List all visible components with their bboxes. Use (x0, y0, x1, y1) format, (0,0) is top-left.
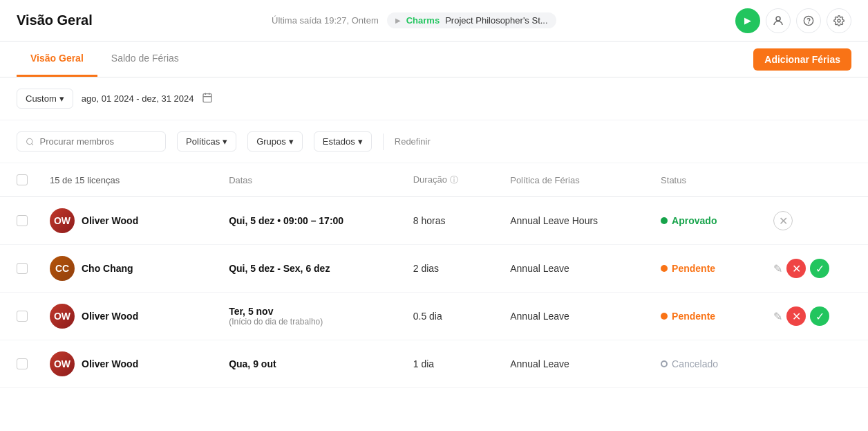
chevron-down-icon: ▾ (358, 136, 363, 147)
custom-period-button[interactable]: Custom ▾ (17, 89, 73, 109)
status-label: Pendente (672, 263, 715, 274)
row-actions: ✎ ✕ ✓ (773, 259, 851, 278)
badge-label: Charms (406, 15, 440, 26)
svg-line-9 (32, 143, 33, 145)
timer-play-button[interactable]: ▶ (735, 8, 760, 33)
tab-visao-geral[interactable]: Visão Geral (17, 42, 97, 77)
policy-cell: Annual Leave Hours (493, 197, 644, 245)
status-badge: Cancelado (661, 358, 740, 369)
add-ferias-button[interactable]: Adicionar Férias (753, 48, 851, 71)
table-row: CC Cho Chang Qui, 5 dez - Sex, 6 dez 2 d… (0, 245, 868, 293)
header-policy: Política de Férias (493, 163, 644, 197)
status-label: Pendente (672, 311, 715, 322)
date-cell: Qua, 9 out (212, 340, 397, 388)
header-dates: Datas (212, 163, 397, 197)
status-badge: Aprovado (661, 215, 740, 226)
date-cell: Ter, 5 nov (Início do dia de trabalho) (212, 293, 397, 340)
status-dot (661, 265, 668, 272)
status-label: Cancelado (672, 358, 718, 369)
chevron-down-icon: ▾ (59, 93, 64, 104)
cancel-action-button[interactable]: ✕ (773, 211, 793, 230)
date-sub: (Início do dia de trabalho) (229, 317, 380, 327)
policies-filter-button[interactable]: Políticas ▾ (177, 131, 236, 152)
svg-rect-4 (203, 94, 211, 102)
page-title: Visão Geral (17, 12, 93, 28)
project-badge: ▶ Charms Project Philosopher's St... (387, 12, 556, 28)
actions-cell: ✕ (757, 197, 868, 245)
member-cell: OW Oliver Wood (50, 351, 196, 376)
user-icon-button[interactable] (766, 8, 791, 33)
member-name: Cho Chang (82, 263, 133, 274)
row-actions: ✎ ✕ ✓ (773, 306, 851, 326)
header-actions (757, 163, 868, 197)
row-checkbox[interactable] (17, 215, 28, 226)
reject-button[interactable]: ✕ (786, 259, 806, 278)
table-row: OW Oliver Wood Ter, 5 nov (Início do dia… (0, 293, 868, 340)
edit-icon[interactable]: ✎ (773, 310, 782, 323)
chevron-down-icon: ▾ (223, 136, 227, 147)
actions-cell: ✎ ✕ ✓ (757, 245, 868, 293)
status-badge: Pendente (661, 263, 740, 274)
member-cell: CC Cho Chang (50, 256, 196, 281)
avatar: OW (50, 208, 75, 233)
svg-point-0 (776, 17, 780, 21)
date-main: Ter, 5 nov (229, 306, 380, 317)
date-range-label: ago, 01 2024 - dez, 31 2024 (82, 93, 194, 104)
search-wrap[interactable] (17, 131, 166, 152)
groups-filter-button[interactable]: Grupos ▾ (247, 131, 303, 152)
actions-cell: ✎ ✕ ✓ (757, 293, 868, 340)
date-main: Qui, 5 dez • 09:00 – 17:00 (229, 215, 380, 226)
date-cell: Qui, 5 dez • 09:00 – 17:00 (212, 197, 397, 245)
status-dot (661, 217, 668, 224)
member-name: Oliver Wood (82, 215, 138, 226)
tab-saldo-ferias[interactable]: Saldo de Férias (97, 42, 193, 77)
badge-project: Project Philosopher's St... (445, 15, 547, 26)
actions-cell (757, 340, 868, 388)
calendar-icon[interactable] (202, 92, 213, 105)
filter-divider (383, 134, 384, 150)
edit-icon[interactable]: ✎ (773, 262, 782, 275)
help-icon-button[interactable] (796, 8, 821, 33)
select-all-checkbox[interactable] (17, 174, 28, 185)
status-badge: Pendente (661, 311, 740, 322)
play-icon: ▶ (395, 17, 401, 24)
estados-filter-button[interactable]: Estados ▾ (314, 131, 372, 152)
status-cell: Aprovado (644, 197, 757, 245)
row-checkbox[interactable] (17, 311, 28, 322)
policy-cell: Annual Leave (493, 245, 644, 293)
date-main: Qui, 5 dez - Sex, 6 dez (229, 263, 380, 274)
duration-cell: 1 dia (397, 340, 493, 388)
member-cell: OW Oliver Wood (50, 208, 196, 233)
row-actions: ✕ (773, 211, 851, 230)
svg-point-2 (809, 23, 809, 24)
settings-icon-button[interactable] (827, 8, 851, 33)
approve-button[interactable]: ✓ (810, 259, 829, 278)
status-dot (661, 313, 668, 320)
approve-button[interactable]: ✓ (810, 306, 829, 326)
leave-table: 15 de 15 licenças Datas Duração ⓘ Políti… (0, 163, 868, 388)
row-checkbox[interactable] (17, 263, 28, 274)
policy-cell: Annual Leave (493, 293, 644, 340)
search-input[interactable] (39, 136, 157, 147)
groups-label: Grupos (256, 136, 286, 147)
reject-button[interactable]: ✕ (786, 306, 806, 326)
policies-label: Políticas (186, 136, 220, 147)
tabs-bar: Visão Geral Saldo de Férias Adicionar Fé… (0, 42, 868, 77)
header-duration: Duração ⓘ (397, 163, 493, 197)
status-cell: Pendente (644, 245, 757, 293)
filters-bar: Políticas ▾ Grupos ▾ Estados ▾ Redefinir (0, 120, 868, 163)
duration-cell: 0.5 dia (397, 293, 493, 340)
member-cell: OW Oliver Wood (50, 304, 196, 329)
row-checkbox[interactable] (17, 358, 28, 369)
reset-button[interactable]: Redefinir (395, 136, 431, 147)
custom-label: Custom (26, 93, 57, 104)
header-status: Status (644, 163, 757, 197)
header-actions: ▶ (735, 8, 851, 33)
avatar: OW (50, 304, 75, 329)
app-header: Visão Geral Última saída 19:27, Ontem ▶ … (0, 0, 868, 42)
table-row: OW Oliver Wood Qua, 9 out 1 diaAnnual Le… (0, 340, 868, 388)
avatar: OW (50, 351, 75, 376)
svg-point-8 (27, 138, 32, 144)
last-exit-label: Última saída 19:27, Ontem (272, 15, 379, 26)
search-icon (26, 137, 34, 147)
